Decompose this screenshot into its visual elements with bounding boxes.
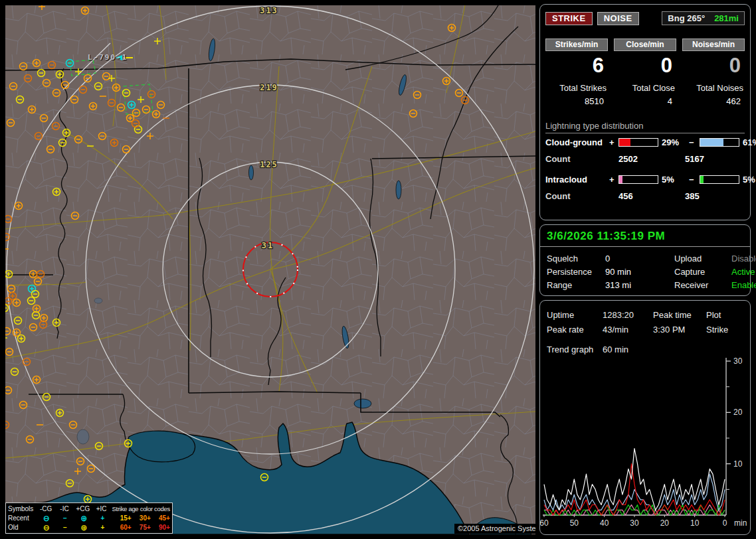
svg-text:0: 0 [723,518,727,528]
close-per-min-value: 0 [614,51,676,80]
trend-graph-row: Trend graph 60 min [540,342,750,356]
total-strikes-value: 8510 [545,96,608,106]
age-label-60: 60+ [112,523,132,532]
squelch-value: 0 [605,254,674,264]
uptime-row: Uptime 1283:20 Peak time Plot [540,307,750,322]
map-canvas[interactable]: 313 219 125 31 L-790-1 Symbols -CG -IC +… [5,5,535,534]
plot-label: Plot [706,310,743,320]
trend-axis-ticks: 1020306050403020100min [540,356,747,528]
trend-graph-span-value: 60 min [603,345,653,354]
age-label-90: 90+ [151,523,170,532]
ic-neg-sign: − [689,175,700,185]
range-label: Range [547,280,605,290]
capture-value: Active [731,267,755,277]
total-close-value: 4 [614,96,676,106]
old-ic-pos-icon: + [93,523,112,532]
intracloud-count-row: Count 456 385 [540,188,750,204]
ic-pos-count: 456 [618,191,685,201]
legend-col-cg-neg: -CG [37,504,55,514]
legend-row-old: Old [8,523,37,532]
intracloud-row: Intracloud + 5% − 5% [540,171,750,188]
trend-panel: Uptime 1283:20 Peak time Plot Peak rate … [539,300,751,535]
strike-mode-button[interactable]: STRIKE [545,12,593,25]
bearing-range-value: 281mi [714,13,739,23]
svg-text:30: 30 [630,518,639,528]
strikes-per-min-value: 6 [545,51,608,80]
svg-text:10: 10 [733,459,743,469]
noises-per-min-chip[interactable]: Noises/min [682,38,745,51]
distribution-title: Lightning type distribution [545,121,745,133]
copyright-text: ©2005 Astrogenic Systems [454,524,535,534]
close-per-min-chip[interactable]: Close/min [614,38,676,51]
legend-symbols-header: Symbols [8,504,37,514]
age-label-75: 75+ [132,523,151,532]
trend-series-lines [544,449,725,516]
receiver-value: Enabled [731,280,756,290]
cg-neg-bar [700,138,739,147]
svg-text:min: min [734,518,747,528]
datetime-display: 3/6/2026 11:35:19 PM [540,225,750,247]
cg-neg-sign: − [689,137,700,147]
cg-neg-count: 5167 [685,154,745,164]
ring-label-219: 219 [260,83,278,92]
storm-cell-label: L-790-1 [88,53,128,62]
plot-mode-value: Strike [706,325,743,335]
squelch-label: Squelch [547,254,605,264]
cloud-ground-row: Cloud-ground + 29% − 61% [540,133,750,151]
strikes-per-min-chip[interactable]: Strikes/min [545,38,608,51]
old-ic-neg-icon: − [56,523,74,532]
status-row: Squelch 0 Upload Disabled [540,252,750,265]
persistence-value: 90 min [605,267,674,277]
recent-ic-pos-icon: + [93,514,112,523]
svg-text:60: 60 [540,518,549,528]
status-panel: 3/6/2026 11:35:19 PM Squelch 0 Upload Di… [539,224,751,296]
total-close-label: Total Close [614,83,676,93]
uptime-label: Uptime [547,310,603,320]
recent-cg-neg-icon: ⊖ [37,514,56,522]
cg-pos-bar [618,138,658,147]
cg-neg-pct: 61% [739,137,756,147]
ring-label-313: 313 [260,6,278,15]
svg-text:20: 20 [733,408,743,417]
trend-graph: 1020306050403020100min [540,355,751,533]
svg-text:40: 40 [600,518,609,528]
legend-col-ic-pos: +IC [92,504,111,514]
ring-label-31: 31 [262,241,274,250]
total-strikes-label: Total Strikes [545,83,608,93]
noise-mode-button[interactable]: NOISE [597,12,639,25]
capture-label: Capture [674,267,731,277]
persistence-label: Persistence [547,267,605,277]
total-noises-label: Total Noises [682,83,745,93]
svg-text:10: 10 [690,518,700,528]
intracloud-label: Intracloud [545,175,609,185]
app-window: { "window": { "copyright": "©2005 Astrog… [0,0,756,539]
peak-time-label: Peak time [653,310,706,320]
counts-panel: STRIKE NOISE Bng 265°281mi Strikes/min 6… [539,4,751,220]
ring-label-125: 125 [260,160,278,169]
ic-pos-bar [618,175,658,184]
bearing-value: Bng 265° [668,13,705,23]
status-row: Persistence 90 min Capture Active [540,265,750,278]
close-column: Close/min 0 Total Close 4 [614,38,676,106]
ic-neg-count: 385 [685,191,745,201]
old-cg-neg-icon: ⊖ [37,524,56,532]
noises-column: Noises/min 0 Total Noises 462 [682,38,745,106]
strikes-column: Strikes/min 6 Total Strikes 8510 [545,38,608,106]
range-value: 313 mi [605,280,674,290]
map-graphics: 313 219 125 31 [5,5,535,534]
legend-col-ic-neg: -IC [55,504,74,514]
legend-col-cg-pos: +CG [74,504,92,514]
ic-count-label: Count [545,191,618,201]
svg-text:20: 20 [660,518,670,528]
trend-graph-label: Trend graph [547,345,603,354]
ic-pos-pct: 5% [658,175,689,185]
ic-neg-bar [700,175,739,184]
peak-rate-row: Peak rate 43/min 3:30 PM Strike [540,322,750,337]
uptime-value: 1283:20 [603,310,653,320]
cg-pos-count: 2502 [618,154,685,164]
ic-neg-pct: 5% [739,175,755,185]
peak-rate-value: 43/min [603,325,653,335]
legend-age-header: Strike age color codes [111,504,170,514]
upload-value: Disabled [731,254,756,264]
status-row: Range 313 mi Receiver Enabled [540,278,750,291]
